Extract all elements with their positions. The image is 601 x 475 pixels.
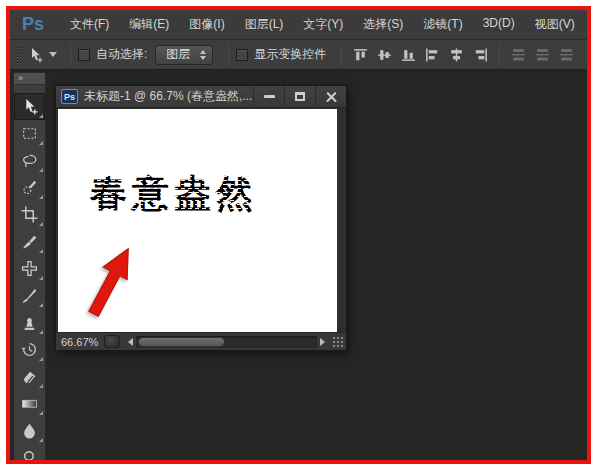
align-buttons-group — [353, 48, 488, 62]
blur-tool-icon — [21, 422, 38, 439]
flyout-triangle-icon — [39, 276, 43, 280]
window-resize-grip-icon[interactable] — [331, 335, 344, 348]
show-transform-label: 显示变换控件 — [254, 46, 326, 63]
align-horizontal-centers-icon[interactable] — [449, 48, 464, 62]
tool-buttons — [14, 93, 45, 464]
document-title: 未标题-1 @ 66.7% (春意盎然,... — [84, 88, 253, 105]
crop-tool[interactable] — [14, 201, 45, 228]
menu-item-5[interactable]: 文字(Y) — [293, 16, 353, 33]
show-transform-checkbox[interactable] — [236, 49, 248, 61]
crop-tool-icon — [21, 206, 38, 223]
horizontal-scrollbar[interactable] — [136, 336, 317, 348]
flyout-triangle-icon — [39, 303, 43, 307]
scroll-left-icon[interactable] — [128, 338, 133, 346]
flyout-triangle-icon — [39, 249, 43, 253]
flyout-triangle-icon — [39, 168, 43, 172]
flyout-triangle-icon — [39, 384, 43, 388]
flyout-triangle-icon — [39, 357, 43, 361]
menu-item-8[interactable]: 3D(D) — [473, 16, 525, 33]
clone-stamp-tool[interactable] — [14, 309, 45, 336]
canvas-text: 春意盎然 — [90, 173, 258, 215]
document-info-icon[interactable] — [104, 335, 120, 348]
document-status-bar: 66.67% — [56, 332, 346, 350]
options-bar: 自动选择: 图层 显示变换控件 — [10, 40, 587, 70]
minimize-button[interactable] — [253, 86, 284, 107]
distribute-vertical-centers-icon — [535, 48, 550, 62]
flyout-triangle-icon — [39, 114, 43, 118]
annotation-arrow-icon — [86, 243, 134, 321]
canvas-text-selection: 春意盎然 — [90, 173, 258, 215]
distribute-bottom-edges-icon — [559, 48, 574, 62]
quick-selection-tool[interactable] — [14, 174, 45, 201]
document-body: 春意盎然 — [56, 108, 346, 332]
menu-item-7[interactable]: 滤镜(T) — [413, 16, 472, 33]
history-brush-tool[interactable] — [14, 336, 45, 363]
toolbar-collapse-button[interactable]: » — [14, 73, 45, 85]
close-button[interactable] — [315, 86, 346, 107]
auto-select-label: 自动选择: — [96, 46, 147, 63]
flyout-triangle-icon — [39, 195, 43, 199]
menu-item-6[interactable]: 选择(S) — [353, 16, 413, 33]
eraser-tool[interactable] — [14, 363, 45, 390]
distribute-buttons-group — [511, 48, 574, 62]
flyout-triangle-icon — [39, 222, 43, 226]
options-bar-grip[interactable] — [16, 46, 21, 64]
maximize-button[interactable] — [284, 86, 315, 107]
menu-item-3[interactable]: 图像(I) — [179, 16, 234, 33]
auto-select-dropdown[interactable]: 图层 — [155, 45, 213, 65]
flyout-triangle-icon — [39, 330, 43, 334]
maximize-icon — [295, 92, 305, 101]
eyedropper-tool-icon — [21, 233, 38, 250]
screenshot-page: Ps 文件(F)编辑(E)图像(I)图层(L)文字(Y)选择(S)滤镜(T)3D… — [0, 0, 601, 475]
spot-healing-brush-tool[interactable] — [14, 255, 45, 282]
move-tool-icon — [21, 98, 38, 115]
move-tool-icon — [27, 45, 47, 65]
eraser-tool-icon — [21, 368, 38, 385]
document-title-bar[interactable]: Ps 未标题-1 @ 66.7% (春意盎然,... — [56, 86, 346, 108]
align-right-edges-icon[interactable] — [473, 48, 488, 62]
flyout-triangle-icon — [39, 141, 43, 145]
clone-stamp-tool-icon — [21, 314, 38, 331]
align-vertical-centers-icon[interactable] — [377, 48, 392, 62]
scrollbar-thumb[interactable] — [138, 337, 225, 347]
brush-tool-icon — [21, 287, 38, 304]
lasso-tool[interactable] — [14, 147, 45, 174]
rectangular-marquee-tool[interactable] — [14, 120, 45, 147]
history-brush-tool-icon — [21, 341, 38, 358]
separator — [228, 44, 229, 66]
workspace: » Ps 未标题-1 @ 66.7% (春意盎然,... 春意盎然 — [10, 70, 587, 459]
toolbar-grip[interactable] — [14, 85, 45, 93]
close-icon — [326, 91, 337, 102]
canvas[interactable]: 春意盎然 — [58, 109, 337, 332]
zoom-level-field[interactable]: 66.67% — [61, 336, 98, 348]
scroll-right-icon[interactable] — [320, 338, 325, 346]
dodge-tool[interactable] — [14, 444, 45, 464]
menu-items: 文件(F)编辑(E)图像(I)图层(L)文字(Y)选择(S)滤镜(T)3D(D)… — [60, 16, 591, 33]
document-window: Ps 未标题-1 @ 66.7% (春意盎然,... 春意盎然 — [55, 85, 347, 350]
separator — [70, 44, 71, 66]
eyedropper-tool[interactable] — [14, 228, 45, 255]
menu-item-2[interactable]: 编辑(E) — [119, 16, 179, 33]
photoshop-logo: Ps — [22, 14, 44, 35]
minimize-icon — [264, 95, 275, 98]
move-tool[interactable] — [14, 93, 45, 120]
menu-item-1[interactable]: 文件(F) — [60, 16, 119, 33]
align-left-edges-icon[interactable] — [425, 48, 440, 62]
dropdown-spinner-icon — [200, 50, 206, 60]
flyout-triangle-icon — [39, 411, 43, 415]
menu-item-9[interactable]: 视图(V) — [525, 16, 585, 33]
auto-select-checkbox[interactable] — [78, 49, 90, 61]
menu-item-4[interactable]: 图层(L) — [235, 16, 294, 33]
blur-tool[interactable] — [14, 417, 45, 444]
menu-item-10[interactable]: 窗口(W) — [585, 16, 591, 33]
tool-preset-caret-icon[interactable] — [49, 52, 57, 57]
align-bottom-edges-icon[interactable] — [401, 48, 416, 62]
brush-tool[interactable] — [14, 282, 45, 309]
document-ps-icon: Ps — [61, 89, 78, 104]
gradient-tool[interactable] — [14, 390, 45, 417]
rectangular-marquee-tool-icon — [21, 125, 38, 142]
dodge-tool-icon — [21, 449, 38, 464]
menu-bar: Ps 文件(F)编辑(E)图像(I)图层(L)文字(Y)选择(S)滤镜(T)3D… — [10, 10, 587, 40]
align-top-edges-icon[interactable] — [353, 48, 368, 62]
separator — [499, 44, 500, 66]
